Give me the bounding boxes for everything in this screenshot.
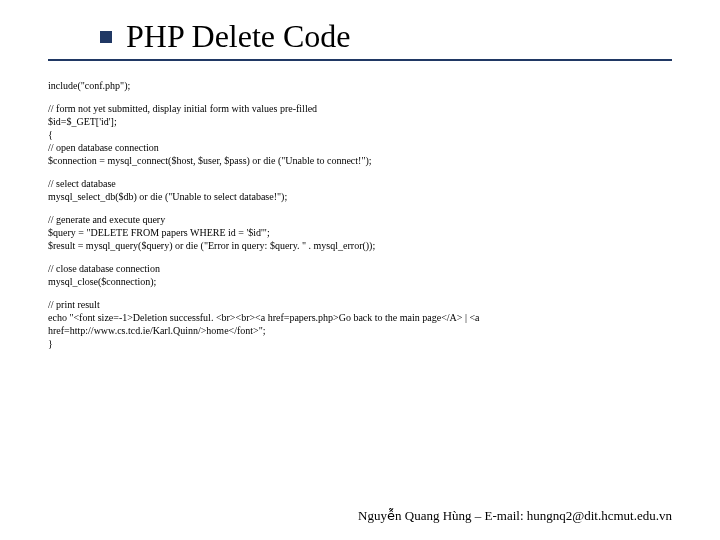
code-line: $connection = mysql_connect($host, $user… bbox=[48, 154, 672, 167]
code-line: echo "<font size=-1>Deletion successful.… bbox=[48, 311, 672, 337]
code-block: include("conf.php"); // form not yet sub… bbox=[48, 79, 672, 350]
code-line: // close database connection bbox=[48, 262, 672, 275]
title-bullet-icon bbox=[100, 31, 112, 43]
slide: PHP Delete Code include("conf.php"); // … bbox=[0, 0, 720, 350]
code-line: $id=$_GET['id']; bbox=[48, 115, 672, 128]
slide-title: PHP Delete Code bbox=[126, 18, 351, 55]
code-line: { bbox=[48, 128, 672, 141]
code-line: include("conf.php"); bbox=[48, 79, 672, 92]
code-line: // print result bbox=[48, 298, 672, 311]
code-line: // select database bbox=[48, 177, 672, 190]
footer-text: Nguyễn Quang Hùng – E-mail: hungnq2@dit.… bbox=[358, 508, 672, 524]
code-line: } bbox=[48, 337, 672, 350]
divider bbox=[48, 59, 672, 61]
code-line: // form not yet submitted, display initi… bbox=[48, 102, 672, 115]
title-row: PHP Delete Code bbox=[100, 18, 672, 55]
code-line: // open database connection bbox=[48, 141, 672, 154]
code-line: // generate and execute query bbox=[48, 213, 672, 226]
code-line: mysql_close($connection); bbox=[48, 275, 672, 288]
code-line: $query = "DELETE FROM papers WHERE id = … bbox=[48, 226, 672, 239]
code-line: $result = mysql_query($query) or die ("E… bbox=[48, 239, 672, 252]
code-line: mysql_select_db($db) or die ("Unable to … bbox=[48, 190, 672, 203]
